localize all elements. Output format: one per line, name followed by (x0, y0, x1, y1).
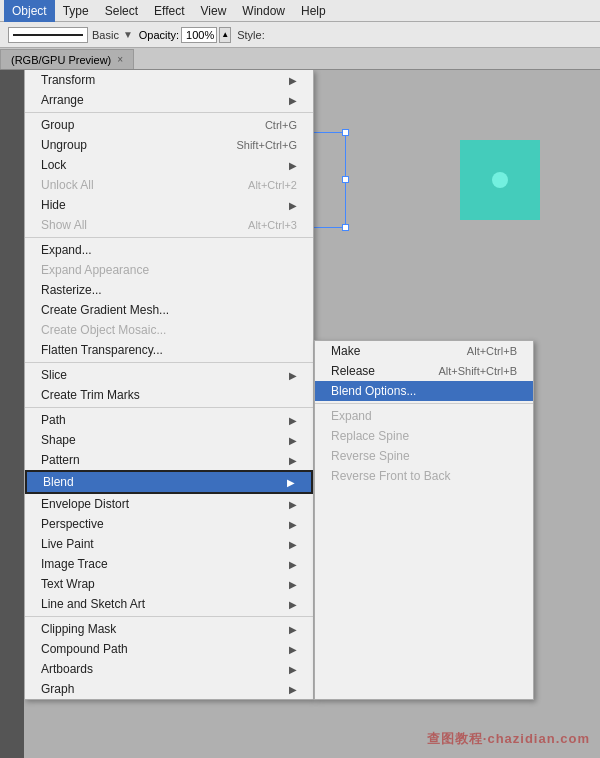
arrow-image-trace: ▶ (289, 559, 297, 570)
menu-item-perspective[interactable]: Perspective ▶ (25, 514, 313, 534)
canvas-area: Transform ▶ Arrange ▶ Group Ctrl+G Ungro… (24, 70, 600, 758)
stroke-dropdown-arrow[interactable]: ▼ (123, 29, 133, 40)
menu-item-group[interactable]: Group Ctrl+G (25, 115, 313, 135)
menu-item-gradient-mesh[interactable]: Create Gradient Mesh... (25, 300, 313, 320)
menu-item-unlock-all: Unlock All Alt+Ctrl+2 (25, 175, 313, 195)
arrow-slice: ▶ (289, 370, 297, 381)
menu-item-slice[interactable]: Slice ▶ (25, 365, 313, 385)
blend-submenu-column: Make Alt+Ctrl+B Release Alt+Shift+Ctrl+B… (314, 340, 534, 700)
tab-rgb-preview[interactable]: (RGB/GPU Preview) × (0, 49, 134, 69)
stroke-preview[interactable] (8, 27, 88, 43)
sep-3 (25, 362, 313, 363)
toolbar: Basic ▼ Opacity: ▲ Style: (0, 22, 600, 48)
arrow-shape: ▶ (289, 435, 297, 446)
menu-item-text-wrap[interactable]: Text Wrap ▶ (25, 574, 313, 594)
sep-2 (25, 237, 313, 238)
menu-item-image-trace[interactable]: Image Trace ▶ (25, 554, 313, 574)
submenu-item-reverse-spine: Reverse Spine (315, 446, 533, 466)
opacity-input[interactable] (181, 27, 217, 43)
menu-item-pattern[interactable]: Pattern ▶ (25, 450, 313, 470)
menu-item-line-sketch[interactable]: Line and Sketch Art ▶ (25, 594, 313, 614)
opacity-label: Opacity: (139, 29, 179, 41)
menu-item-show-all: Show All Alt+Ctrl+3 (25, 215, 313, 235)
menu-item-expand-appearance: Expand Appearance (25, 260, 313, 280)
tab-label: (RGB/GPU Preview) (11, 54, 111, 66)
arrow-hide: ▶ (289, 200, 297, 211)
arrow-graph: ▶ (289, 684, 297, 695)
menu-item-flatten[interactable]: Flatten Transparency... (25, 340, 313, 360)
arrow-artboards: ▶ (289, 664, 297, 675)
style-label: Style: (237, 29, 265, 41)
dropdown-menu: Transform ▶ Arrange ▶ Group Ctrl+G Ungro… (24, 70, 534, 700)
menu-item-envelope-distort[interactable]: Envelope Distort ▶ (25, 494, 313, 514)
menu-item-blend[interactable]: Blend ▶ (25, 470, 313, 494)
arrow-text-wrap: ▶ (289, 579, 297, 590)
arrow-live-paint: ▶ (289, 539, 297, 550)
menu-item-compound-path[interactable]: Compound Path ▶ (25, 639, 313, 659)
sep-5 (25, 616, 313, 617)
submenu-item-expand: Expand (315, 406, 533, 426)
menu-item-rasterize[interactable]: Rasterize... (25, 280, 313, 300)
arrow-lock: ▶ (289, 160, 297, 171)
menu-item-graph[interactable]: Graph ▶ (25, 679, 313, 699)
menu-item-arrange[interactable]: Arrange ▶ (25, 90, 313, 110)
arrow-path: ▶ (289, 415, 297, 426)
menu-item-shape[interactable]: Shape ▶ (25, 430, 313, 450)
menu-object[interactable]: Object (4, 0, 55, 22)
submenu-item-release[interactable]: Release Alt+Shift+Ctrl+B (315, 361, 533, 381)
tab-bar: (RGB/GPU Preview) × (0, 48, 600, 70)
opacity-increment[interactable]: ▲ (219, 27, 231, 43)
submenu-sep-1 (315, 403, 533, 404)
arrow-compound-path: ▶ (289, 644, 297, 655)
main-area: Transform ▶ Arrange ▶ Group Ctrl+G Ungro… (0, 70, 600, 758)
arrow-transform: ▶ (289, 75, 297, 86)
arrow-line-sketch: ▶ (289, 599, 297, 610)
submenu-item-blend-options[interactable]: Blend Options... (315, 381, 533, 401)
submenu-item-make[interactable]: Make Alt+Ctrl+B (315, 341, 533, 361)
menu-item-lock[interactable]: Lock ▶ (25, 155, 313, 175)
sep-4 (25, 407, 313, 408)
menu-view[interactable]: View (193, 0, 235, 22)
menu-item-path[interactable]: Path ▶ (25, 410, 313, 430)
opacity-group: Opacity: ▲ (139, 27, 231, 43)
menu-item-hide[interactable]: Hide ▶ (25, 195, 313, 215)
menu-item-expand[interactable]: Expand... (25, 240, 313, 260)
style-group: Style: (237, 29, 265, 41)
menu-window[interactable]: Window (234, 0, 293, 22)
menu-item-clipping-mask[interactable]: Clipping Mask ▶ (25, 619, 313, 639)
menu-item-artboards[interactable]: Artboards ▶ (25, 659, 313, 679)
arrow-perspective: ▶ (289, 519, 297, 530)
menu-item-trim-marks[interactable]: Create Trim Marks (25, 385, 313, 405)
menu-item-ungroup[interactable]: Ungroup Shift+Ctrl+G (25, 135, 313, 155)
basic-label: Basic (92, 29, 119, 41)
sep-1 (25, 112, 313, 113)
stroke-line (13, 34, 83, 36)
watermark: 查图教程·chazidian.com (427, 730, 590, 748)
arrow-pattern: ▶ (289, 455, 297, 466)
arrow-clipping-mask: ▶ (289, 624, 297, 635)
menu-select[interactable]: Select (97, 0, 146, 22)
menu-item-live-paint[interactable]: Live Paint ▶ (25, 534, 313, 554)
menu-help[interactable]: Help (293, 0, 334, 22)
left-toolbar (0, 70, 24, 758)
submenu-item-reverse-front: Reverse Front to Back (315, 466, 533, 486)
tab-close-button[interactable]: × (117, 54, 123, 65)
menu-type[interactable]: Type (55, 0, 97, 22)
menu-effect[interactable]: Effect (146, 0, 192, 22)
menu-item-transform[interactable]: Transform ▶ (25, 70, 313, 90)
object-menu-column: Transform ▶ Arrange ▶ Group Ctrl+G Ungro… (24, 70, 314, 700)
arrow-arrange: ▶ (289, 95, 297, 106)
arrow-blend: ▶ (287, 477, 295, 488)
stroke-group: Basic ▼ (8, 27, 133, 43)
menu-bar: Object Type Select Effect View Window He… (0, 0, 600, 22)
submenu-item-replace-spine: Replace Spine (315, 426, 533, 446)
arrow-envelope: ▶ (289, 499, 297, 510)
menu-item-object-mosaic: Create Object Mosaic... (25, 320, 313, 340)
